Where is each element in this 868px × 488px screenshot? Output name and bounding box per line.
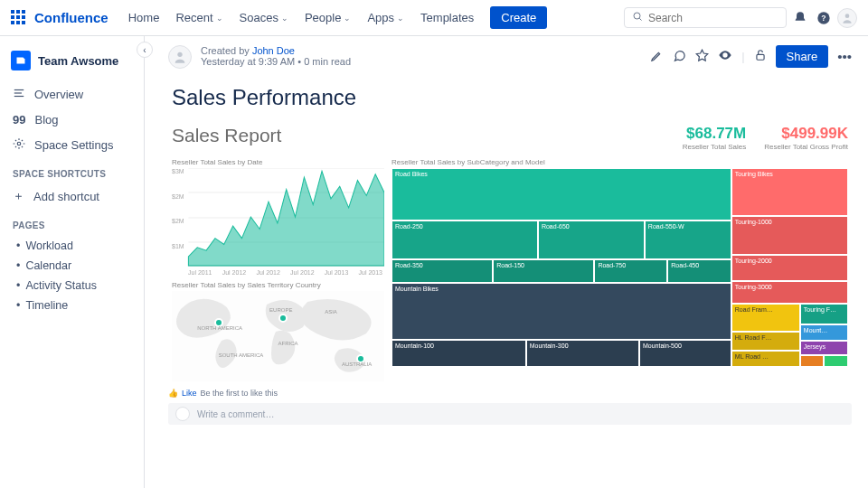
share-button[interactable]: Share	[776, 45, 829, 68]
metric-gross-profit: $499.99K Reseller Total Gross Profit	[764, 125, 848, 151]
treemap-chart: Road Bikes Road-250 Road-650 Road-550-W …	[392, 168, 848, 367]
shortcuts-heading: SPACE SHORTCUTS	[0, 158, 144, 183]
space-name: Team Awsome	[38, 54, 118, 68]
svg-point-9	[177, 52, 182, 57]
line-chart-xaxis: Jul 2011Jul 2012Jul 2012Jul 2012Jul 2013…	[172, 267, 384, 276]
main-content: Created by John Doe Yesterday at 9:39 AM…	[145, 36, 868, 488]
report-title: Sales Report	[172, 125, 281, 146]
add-shortcut-label: Add shortcut	[33, 190, 99, 203]
search-icon	[632, 11, 643, 24]
sidebar-item-settings[interactable]: Space Settings	[0, 132, 144, 158]
watch-icon[interactable]	[718, 48, 732, 65]
space-header[interactable]: Team Awsome	[0, 45, 144, 81]
like-row: 👍 Like Be the first to like this	[168, 389, 852, 398]
comment-icon[interactable]	[673, 49, 686, 65]
treemap-title: Reseller Total Sales by SubCategory and …	[392, 158, 848, 166]
map-chart-title: Reseller Total Sales by Sales Territory …	[172, 281, 384, 289]
svg-point-4	[845, 14, 850, 18]
user-avatar[interactable]	[837, 8, 857, 28]
create-button[interactable]: Create	[490, 6, 547, 29]
chevron-down-icon: ⌄	[397, 14, 404, 23]
blog-icon: 99	[13, 113, 25, 127]
search-box[interactable]	[624, 7, 787, 28]
product-logo[interactable]: Confluence	[34, 10, 108, 25]
comment-avatar	[175, 407, 190, 421]
top-nav: HomeRecent⌄Soaces⌄People⌄Apps⌄Templates	[121, 5, 482, 30]
more-icon[interactable]: •••	[837, 49, 852, 64]
page-item[interactable]: Workload	[7, 236, 144, 256]
page-item[interactable]: Timeline	[7, 296, 144, 315]
like-icon[interactable]: 👍	[168, 389, 178, 398]
sidebar-item-overview[interactable]: Overview	[0, 81, 144, 108]
notifications-icon[interactable]	[790, 8, 810, 28]
svg-point-8	[17, 142, 21, 145]
author-avatar[interactable]	[168, 45, 192, 69]
search-input[interactable]	[648, 12, 778, 24]
edit-icon[interactable]	[650, 49, 664, 65]
page-item[interactable]: Calendar	[7, 256, 144, 276]
map-pin	[278, 314, 288, 323]
svg-line-1	[639, 18, 641, 20]
nav-people[interactable]: People⌄	[297, 5, 358, 30]
map-chart: NORTH AMERICA EUROPE ASIA SOUTH AMERICA …	[172, 291, 384, 381]
page-byline: Yesterday at 9:39 AM • 0 min read	[201, 56, 351, 67]
sales-report: Sales Report $68.77M Reseller Total Sale…	[168, 125, 852, 381]
line-chart: $3M $2M $2M $1M	[172, 168, 384, 267]
chevron-down-icon: ⌄	[216, 14, 223, 23]
svg-text:?: ?	[821, 14, 826, 23]
author-link[interactable]: John Doe	[252, 45, 295, 56]
comment-box[interactable]: Write a comment…	[168, 403, 852, 425]
star-icon[interactable]	[695, 49, 709, 65]
page-actions: | Share •••	[650, 45, 852, 68]
line-chart-title: Reseller Total Sales by Date	[172, 158, 384, 166]
pages-heading: PAGES	[0, 210, 144, 234]
settings-icon	[13, 137, 25, 153]
comment-placeholder: Write a comment…	[197, 409, 274, 419]
page-meta: Created by John Doe Yesterday at 9:39 AM…	[201, 45, 351, 67]
metric-total-sales: $68.77M Reseller Total Sales	[683, 125, 747, 151]
help-icon[interactable]: ?	[814, 8, 834, 28]
nav-recent[interactable]: Recent⌄	[168, 5, 230, 30]
page-header: Created by John Doe Yesterday at 9:39 AM…	[168, 45, 852, 69]
like-button[interactable]: Like	[182, 389, 197, 398]
page-title: Sales Performance	[172, 85, 852, 110]
add-shortcut[interactable]: ＋ Add shortcut	[0, 183, 144, 210]
sidebar-item-blog[interactable]: 99Blog	[0, 108, 144, 132]
nav-soaces[interactable]: Soaces⌄	[232, 5, 296, 30]
svg-rect-10	[756, 54, 763, 60]
chevron-down-icon: ⌄	[344, 14, 351, 23]
overview-icon	[13, 87, 25, 102]
topbar: Confluence HomeRecent⌄Soaces⌄People⌄Apps…	[0, 0, 868, 36]
app-switcher-icon[interactable]	[11, 10, 27, 26]
space-icon	[11, 51, 31, 70]
treemap-cell: Road Bikes	[392, 168, 731, 221]
svg-point-0	[634, 13, 640, 19]
page-item[interactable]: Activity Status	[7, 276, 144, 296]
nav-apps[interactable]: Apps⌄	[360, 5, 411, 30]
restrictions-icon[interactable]	[754, 49, 767, 64]
plus-icon: ＋	[13, 188, 24, 204]
chevron-down-icon: ⌄	[281, 14, 288, 23]
nav-templates[interactable]: Templates	[413, 5, 481, 30]
sidebar: ‹ Team Awsome Overview99BlogSpace Settin…	[0, 36, 145, 488]
nav-home[interactable]: Home	[121, 5, 167, 30]
